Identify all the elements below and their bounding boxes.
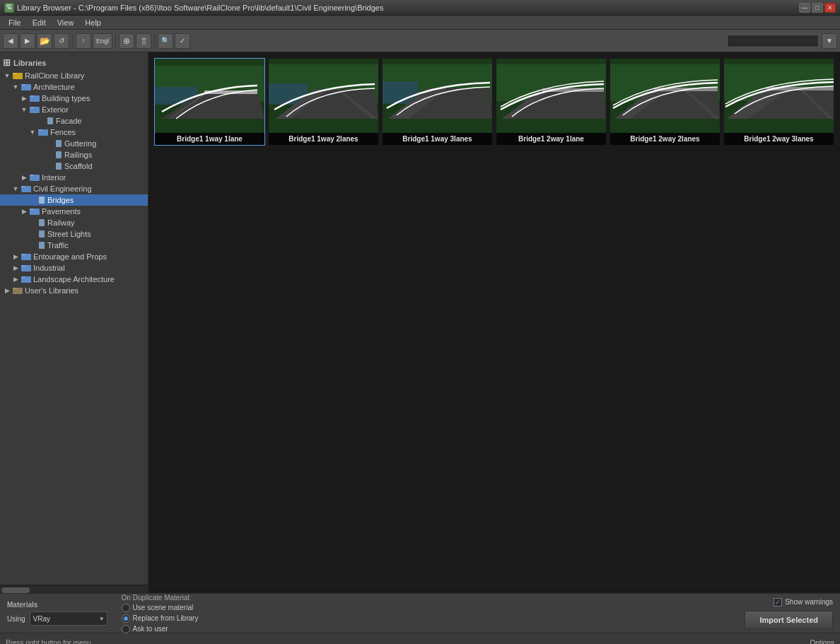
railings-label: Railings xyxy=(64,151,92,159)
pavements-label: Pavements xyxy=(42,207,81,216)
sidebar-item-landscape[interactable]: ▶ Landscape Architecture xyxy=(0,274,148,285)
sidebar-item-civil[interactable]: ▼ Civil Engineering xyxy=(0,183,148,194)
leaf-icon xyxy=(38,230,45,238)
fences-label: Fences xyxy=(50,128,76,136)
sidebar-item-entourage[interactable]: ▶ Entourage and Props xyxy=(0,251,148,262)
thumb-image-5 xyxy=(610,59,720,133)
bridges-label: Bridges xyxy=(47,196,74,204)
menu-file[interactable]: File xyxy=(3,17,27,28)
sidebar-item-building-types[interactable]: ▶ Building types xyxy=(0,93,148,104)
radio-replace-library[interactable]: Replace from Library xyxy=(122,614,199,623)
radio-dot-use-scene[interactable] xyxy=(122,604,130,612)
radio-dot-ask-user[interactable] xyxy=(122,625,130,633)
open-folder-button[interactable]: 📂 xyxy=(37,33,52,49)
filter-button[interactable]: ▼ xyxy=(822,33,837,49)
exterior-label: Exterior xyxy=(42,105,69,114)
radio-dot-replace-library[interactable] xyxy=(122,614,130,623)
back-button[interactable]: ◀ xyxy=(3,33,18,49)
sidebar-item-bridges[interactable]: Bridges xyxy=(0,194,148,206)
sidebar[interactable]: ⊞ Libraries ▼ RailClone Library ▼ Archit… xyxy=(0,52,148,585)
show-warnings-checkbox[interactable] xyxy=(774,598,782,607)
menu-edit[interactable]: Edit xyxy=(27,17,52,28)
status-bar: Press right button for menu Options xyxy=(0,633,840,644)
renderer-select[interactable]: VRay Arnold Mental Ray Scanline xyxy=(30,611,107,626)
thumb-label-2: Bridge1 1way 2lanes xyxy=(269,133,378,145)
sidebar-item-industrial[interactable]: ▶ Industrial xyxy=(0,262,148,274)
svg-rect-20 xyxy=(30,209,34,210)
vray-select-wrapper[interactable]: VRay Arnold Mental Ray Scanline xyxy=(30,611,107,626)
toolbar-separator-2 xyxy=(115,34,116,48)
svg-rect-13 xyxy=(56,163,62,170)
search-input[interactable] xyxy=(727,35,819,47)
scrollbar-thumb[interactable] xyxy=(1,587,30,593)
sidebar-item-street-lights[interactable]: Street Lights xyxy=(0,228,148,240)
folder-icon xyxy=(30,173,40,182)
sidebar-item-interior[interactable]: ▶ Interior xyxy=(0,172,148,183)
svg-rect-22 xyxy=(39,230,45,238)
architecture-label: Architecture xyxy=(33,83,75,91)
folder-icon xyxy=(21,252,31,261)
sidebar-item-scaffold[interactable]: Scaffold xyxy=(0,160,148,172)
thumb-image-3 xyxy=(383,59,492,133)
thumb-item-1[interactable]: Bridge1 1way 1lane xyxy=(154,58,265,146)
up-button[interactable]: ↑ xyxy=(76,33,91,49)
sidebar-item-railings[interactable]: Railings xyxy=(0,149,148,160)
sidebar-item-fences[interactable]: ▼ Fences xyxy=(0,127,148,138)
placeholder xyxy=(28,196,37,204)
railway-label: Railway xyxy=(47,218,75,227)
leaf-icon xyxy=(55,139,62,148)
status-left: Press right button for menu xyxy=(6,639,91,644)
radio-use-scene[interactable]: Use scene material xyxy=(122,604,199,612)
horizontal-scrollbar[interactable] xyxy=(0,585,148,594)
target-button[interactable]: ⊕ xyxy=(119,33,134,49)
thumb-label-3: Bridge1 1way 3lanes xyxy=(383,133,492,145)
menu-view[interactable]: View xyxy=(52,17,80,28)
folder-icon xyxy=(21,185,31,193)
sidebar-item-guttering[interactable]: Guttering xyxy=(0,138,148,149)
thumb-label-5: Bridge1 2way 2lanes xyxy=(610,133,720,145)
using-row: Using VRay Arnold Mental Ray Scanline xyxy=(7,611,107,626)
sidebar-item-traffic[interactable]: Traffic xyxy=(0,240,148,251)
import-selected-button[interactable]: Import Selected xyxy=(745,611,833,629)
scrollbar-row xyxy=(0,585,840,593)
toggle-icon: ▼ xyxy=(11,83,20,91)
sidebar-item-facade[interactable]: Facade xyxy=(0,115,148,127)
svg-rect-31 xyxy=(13,288,17,289)
grid-button[interactable]: ⣿ xyxy=(136,33,151,49)
minimize-button[interactable]: — xyxy=(799,3,810,13)
thumb-label-4: Bridge1 2way 1lane xyxy=(496,133,606,145)
guttering-label: Guttering xyxy=(64,139,96,148)
thumb-item-3[interactable]: Bridge1 1way 3lanes xyxy=(382,58,493,146)
folder-icon xyxy=(21,275,31,283)
main-layout: ⊞ Libraries ▼ RailClone Library ▼ Archit… xyxy=(0,52,840,585)
thumb-item-6[interactable]: Bridge1 2way 3lanes xyxy=(723,58,834,146)
radio-ask-user[interactable]: Ask to user xyxy=(122,625,199,633)
menu-help[interactable]: Help xyxy=(79,17,107,28)
svg-rect-5 xyxy=(30,95,34,97)
lang-button[interactable]: Engl xyxy=(93,33,112,49)
street-lights-label: Street Lights xyxy=(47,230,91,238)
thumb-item-2[interactable]: Bridge1 1way 2lanes xyxy=(268,58,379,146)
show-warnings-row[interactable]: Show warnings xyxy=(774,598,833,607)
search-button[interactable]: 🔍 xyxy=(158,33,173,49)
leaf-icon xyxy=(38,241,45,250)
thumb-item-4[interactable]: Bridge1 2way 1lane xyxy=(496,58,607,146)
thumb-label-1: Bridge1 1way 1lane xyxy=(155,133,264,145)
sidebar-item-railway[interactable]: Railway xyxy=(0,217,148,228)
sidebar-item-exterior[interactable]: ▼ Exterior xyxy=(0,104,148,115)
close-button[interactable]: ✕ xyxy=(824,3,836,13)
content-area[interactable]: Bridge1 1way 1lane Bridge1 1way 2lanes xyxy=(148,52,840,585)
status-right[interactable]: Options xyxy=(810,639,834,644)
entourage-label: Entourage and Props xyxy=(33,252,107,261)
svg-rect-23 xyxy=(39,242,45,249)
maximize-button[interactable]: □ xyxy=(812,3,823,13)
forward-button[interactable]: ▶ xyxy=(20,33,35,49)
sidebar-item-railclone[interactable]: ▼ RailClone Library xyxy=(0,70,148,81)
refresh-button[interactable]: ↺ xyxy=(54,33,69,49)
placeholder xyxy=(45,151,54,159)
sidebar-item-architecture[interactable]: ▼ Architecture xyxy=(0,81,148,93)
sidebar-item-user-libraries[interactable]: ▶ User's Libraries xyxy=(0,285,148,296)
check-button[interactable]: ✓ xyxy=(175,33,190,49)
thumb-item-5[interactable]: Bridge1 2way 2lanes xyxy=(609,58,721,146)
sidebar-item-pavements[interactable]: ▶ Pavements xyxy=(0,206,148,217)
